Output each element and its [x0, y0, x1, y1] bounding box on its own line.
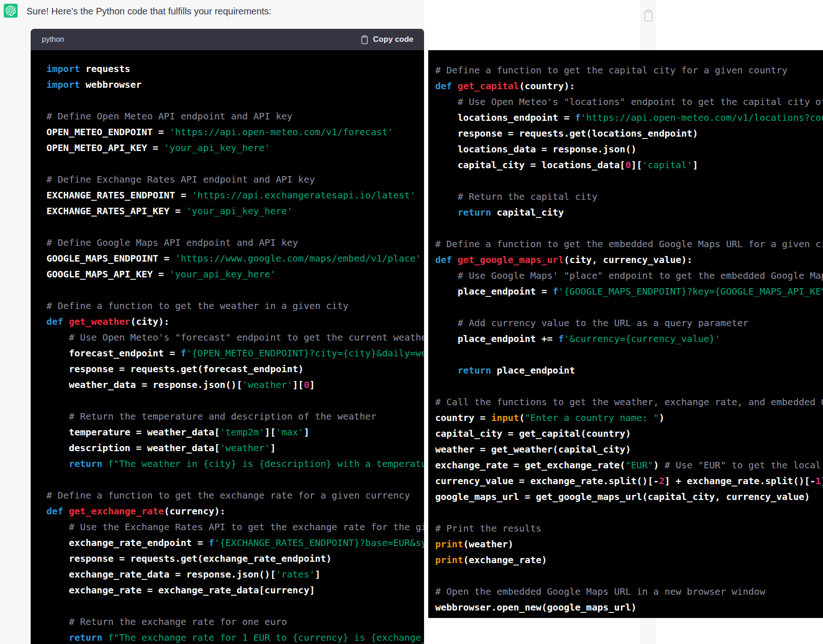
code-token [46, 632, 69, 643]
code-token: '{GOOGLE_MAPS_ENDPOINT}?key={GOOGLE_MAPS… [558, 286, 823, 297]
code-token: 'your_api_key_here' [170, 269, 276, 280]
code-line: # Define Exchange Rates API endpoint and… [46, 171, 424, 187]
code-token: '{OPEN_METEO_ENDPOINT}?city={city}&daily… [186, 348, 424, 359]
code-token: 'https://api.open-meteo.com/v1/locations… [581, 112, 823, 123]
code-line: google_maps_url = get_google_maps_url(ca… [435, 489, 823, 505]
code-line: response = requests.get(exchange_rate_en… [46, 551, 424, 566]
code-line [435, 568, 823, 584]
code-token: ( [519, 412, 525, 423]
code-token: response = requests.get(exchange_rate_en… [46, 553, 332, 564]
code-block: python Copy code import requestsimport w… [31, 29, 424, 644]
code-token: (weather) [463, 539, 513, 550]
code-line [435, 173, 823, 189]
code-token: # Return the capital city [435, 191, 597, 202]
code-token: EXCHANGE_RATES_ENDPOINT = [46, 190, 192, 201]
code-line: def get_weather(city): [46, 314, 424, 329]
code-line: exchange_rate = exchange_rate_data[curre… [46, 582, 424, 598]
code-token: place_endpoint [491, 365, 575, 376]
code-token: def [46, 506, 69, 517]
code-line: OPEN_METEO_API_KEY = 'your_api_key_here' [46, 140, 424, 156]
code-token: f [575, 112, 581, 123]
code-token: 2 [659, 475, 665, 486]
code-line: # Use Open Meteo's "locations" endpoint … [435, 94, 823, 110]
code-line: # Use Google Maps' "place" endpoint to g… [435, 268, 823, 283]
code-token: get_exchange_rate [69, 506, 164, 517]
code-token: return [457, 207, 491, 218]
code-panel-left: import requestsimport webbrowser# Define… [31, 50, 424, 644]
code-token: 'temp2m' [220, 427, 264, 438]
code-token: # Define a function to get the embedded … [435, 238, 823, 250]
code-line: place_endpoint = f'{GOOGLE_MAPS_ENDPOINT… [435, 283, 823, 299]
code-line [46, 598, 424, 614]
code-token: # Define Open Meteo API endpoint and API… [46, 111, 293, 122]
code-token: 'https://api.exchangeratesapi.io/latest' [192, 190, 416, 201]
code-line: EXCHANGE_RATES_ENDPOINT = 'https://api.e… [46, 187, 424, 203]
code-token: ) [653, 460, 665, 471]
code-line: OPEN_METEO_ENDPOINT = 'https://api.open-… [46, 124, 424, 140]
code-token: # Use Open Meteo's "forecast" endpoint t… [46, 332, 424, 343]
code-token: return [69, 458, 108, 469]
code-line [46, 92, 424, 108]
code-token: capital_city [491, 207, 564, 218]
code-token: # Print the results [435, 523, 542, 534]
code-token: "Enter a country name: " [525, 412, 659, 423]
code-token: (currency): [164, 506, 225, 517]
code-line [435, 347, 823, 362]
code-token [46, 458, 69, 469]
copy-code-button[interactable]: Copy code [360, 34, 413, 45]
code-token: ][ [265, 427, 276, 438]
code-token: "EUR" [625, 460, 653, 471]
code-token: 1 [816, 475, 821, 486]
code-line: locations_endpoint = f'https://api.open-… [435, 110, 823, 125]
code-token: # Return the exchange rate for one euro [46, 616, 287, 627]
code-token: ][ [293, 379, 304, 390]
assistant-message-text: Sure! Here's the Python code that fulfil… [26, 6, 271, 17]
code-line: place_endpoint += f'&currency={currency_… [435, 331, 823, 347]
code-token: (exchange_rate) [463, 554, 547, 565]
code-line: # Define a function to get the capital c… [435, 62, 823, 78]
code-token: ] [692, 159, 698, 171]
code-token: f [209, 537, 214, 548]
code-token: def [46, 316, 69, 327]
code-line [46, 219, 424, 235]
code-token: GOOGLE_MAPS_API_KEY = [46, 269, 170, 280]
code-line [435, 220, 823, 236]
code-line [435, 299, 823, 315]
code-token: GOOGLE_MAPS_ENDPOINT = [46, 253, 175, 264]
code-line: exchange_rate_endpoint = f'{EXCHANGE_RAT… [46, 535, 424, 551]
code-line: # Add currency value to the URL as a que… [435, 315, 823, 331]
code-token: OPEN_METEO_API_KEY = [46, 142, 164, 153]
code-line: def get_exchange_rate(currency): [46, 503, 424, 519]
code-line: # Open the embedded Google Maps URL in a… [435, 584, 823, 599]
code-token: 'your_api_key_here' [186, 205, 293, 217]
code-panel-right: # Define a function to get the capital c… [428, 50, 823, 618]
code-token: locations_endpoint = [435, 112, 575, 123]
code-line: EXCHANGE_RATES_API_KEY = 'your_api_key_h… [46, 203, 424, 219]
code-line [435, 378, 823, 394]
code-block-header: python Copy code [31, 29, 424, 50]
code-token: temperature = weather_data[ [46, 427, 220, 438]
code-token: '&currency={currency_value}' [564, 333, 720, 344]
code-token: response = requests.get(forecast_endpoin… [46, 363, 304, 375]
code-token: # Call the functions to get the weather,… [435, 396, 823, 407]
code-line: # Define a function to get the embedded … [435, 236, 823, 252]
code-token: # Define Google Maps API endpoint and AP… [46, 237, 298, 248]
code-token: # Use Google Maps' "place" endpoint to g… [435, 270, 823, 281]
code-token: country = [435, 412, 491, 423]
code-token: webbrowser [80, 79, 141, 90]
code-line: print(weather) [435, 536, 823, 552]
code-line: return place_endpoint [435, 362, 823, 378]
code-token: (city): [131, 316, 170, 327]
code-line: return f"The weather in {city} is {descr… [46, 456, 424, 472]
code-line: def get_google_maps_url(city, currency_v… [435, 252, 823, 268]
code-line [46, 282, 424, 298]
code-token: return [457, 365, 491, 376]
page-clipboard-icon[interactable] [643, 8, 654, 24]
code-line: locations_data = response.json() [435, 141, 823, 157]
chat-screen: Sure! Here's the Python code that fulfil… [0, 0, 823, 644]
code-line: # Define a function to get the weather i… [46, 298, 424, 314]
code-token: # Use Open Meteo's "locations" endpoint … [435, 96, 823, 107]
code-line: response = requests.get(forecast_endpoin… [46, 361, 424, 377]
code-token: ) [659, 412, 665, 423]
code-token: 'https://www.google.com/maps/embed/v1/pl… [175, 253, 421, 264]
